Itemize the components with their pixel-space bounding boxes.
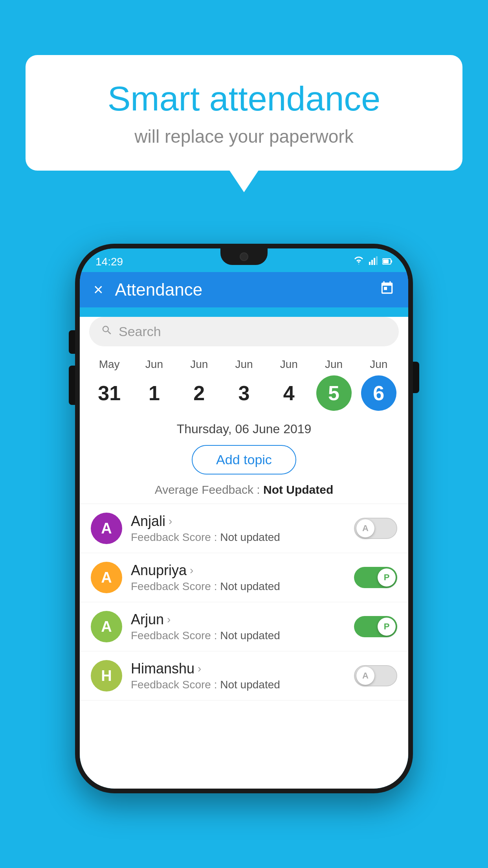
student-item[interactable]: HHimanshu ›Feedback Score : Not updatedA [80, 651, 408, 701]
chevron-icon: › [190, 564, 193, 577]
status-bar: 14:29 [80, 248, 408, 272]
student-info: Anupriya ›Feedback Score : Not updated [131, 562, 345, 593]
calendar-day[interactable]: Jun6 [361, 358, 396, 411]
calendar-icon[interactable] [380, 281, 394, 299]
chevron-icon: › [198, 662, 201, 675]
app-content: Search May31Jun1Jun2Jun3Jun4Jun5Jun6 Thu… [80, 317, 408, 789]
toggle-switch[interactable]: A [354, 665, 397, 686]
avg-feedback: Average Feedback : Not Updated [80, 479, 408, 504]
power-button [413, 362, 419, 393]
avatar: A [91, 611, 122, 642]
wifi-icon [353, 256, 364, 267]
svg-rect-1 [371, 260, 373, 265]
avatar: A [91, 562, 122, 593]
volume-up-button [69, 330, 75, 354]
student-item[interactable]: AAnjali ›Feedback Score : Not updatedA [80, 504, 408, 553]
student-info: Anjali ›Feedback Score : Not updated [131, 513, 345, 544]
feedback-score: Feedback Score : Not updated [131, 629, 345, 642]
toggle-switch[interactable]: A [354, 518, 397, 539]
cal-month-label: Jun [280, 358, 298, 371]
student-info: Himanshu ›Feedback Score : Not updated [131, 660, 345, 691]
cal-day-number: 3 [226, 375, 262, 411]
student-item[interactable]: AAnupriya ›Feedback Score : Not updatedP [80, 553, 408, 602]
cal-month-label: Jun [370, 358, 387, 371]
close-button[interactable]: × [94, 280, 103, 299]
search-icon [101, 324, 113, 339]
phone-frame: 14:29 [75, 244, 413, 793]
cal-day-number: 6 [361, 375, 396, 411]
search-placeholder: Search [119, 324, 161, 339]
selected-date: Thursday, 06 June 2019 [80, 415, 408, 440]
student-name: Himanshu › [131, 660, 345, 677]
avg-feedback-value: Not Updated [263, 483, 333, 496]
student-list: AAnjali ›Feedback Score : Not updatedAAA… [80, 504, 408, 701]
add-topic-button[interactable]: Add topic [192, 445, 296, 474]
notch [220, 248, 268, 265]
cal-month-label: Jun [325, 358, 343, 371]
app-header: × Attendance [80, 272, 408, 307]
feedback-score: Feedback Score : Not updated [131, 679, 345, 691]
feedback-score: Feedback Score : Not updated [131, 531, 345, 544]
svg-rect-5 [391, 260, 392, 263]
status-icons [353, 256, 393, 267]
calendar-day[interactable]: Jun1 [136, 358, 172, 411]
phone-wrapper: 14:29 [75, 244, 413, 793]
header-title: Attendance [115, 280, 368, 300]
toggle-knob: A [356, 667, 374, 685]
bubble-headline: Smart attendance [45, 79, 443, 119]
student-info: Arjun ›Feedback Score : Not updated [131, 611, 345, 642]
cal-day-number: 4 [271, 375, 306, 411]
calendar-strip: May31Jun1Jun2Jun3Jun4Jun5Jun6 [80, 350, 408, 415]
svg-rect-2 [374, 258, 375, 265]
cal-day-number: 2 [182, 375, 217, 411]
toggle-knob: P [378, 568, 396, 587]
cal-month-label: Jun [145, 358, 163, 371]
attendance-toggle[interactable]: A [354, 665, 397, 686]
cal-day-number: 31 [92, 375, 127, 411]
attendance-toggle[interactable]: A [354, 518, 397, 539]
avatar: H [91, 660, 122, 691]
attendance-toggle[interactable]: P [354, 567, 397, 588]
signal-icon [369, 256, 378, 267]
avg-feedback-label: Average Feedback : [155, 483, 260, 496]
cal-month-label: Jun [190, 358, 208, 371]
calendar-day[interactable]: Jun4 [271, 358, 306, 411]
calendar-day[interactable]: May31 [92, 358, 127, 411]
svg-rect-0 [369, 262, 371, 265]
student-item[interactable]: AArjun ›Feedback Score : Not updatedP [80, 602, 408, 651]
student-name: Anupriya › [131, 562, 345, 579]
speech-bubble-container: Smart attendance will replace your paper… [26, 55, 462, 171]
cal-day-number: 1 [136, 375, 172, 411]
phone-screen: 14:29 [80, 248, 408, 789]
toggle-knob: P [378, 618, 396, 636]
avatar: A [91, 513, 122, 544]
toggle-switch[interactable]: P [354, 567, 397, 588]
search-bar[interactable]: Search [89, 317, 399, 346]
toggle-knob: A [356, 519, 374, 537]
cal-day-number: 5 [316, 375, 352, 411]
svg-rect-3 [376, 256, 378, 265]
svg-rect-6 [383, 259, 389, 263]
camera [240, 252, 248, 261]
speech-bubble: Smart attendance will replace your paper… [26, 55, 462, 171]
calendar-day[interactable]: Jun5 [316, 358, 352, 411]
cal-month-label: May [99, 358, 120, 371]
cal-month-label: Jun [235, 358, 253, 371]
toggle-switch[interactable]: P [354, 616, 397, 637]
attendance-toggle[interactable]: P [354, 616, 397, 637]
student-name: Arjun › [131, 611, 345, 628]
battery-icon [382, 256, 393, 267]
calendar-day[interactable]: Jun2 [182, 358, 217, 411]
calendar-day[interactable]: Jun3 [226, 358, 262, 411]
bubble-subtext: will replace your paperwork [45, 126, 443, 147]
volume-down-button [69, 366, 75, 405]
chevron-icon: › [167, 613, 171, 626]
feedback-score: Feedback Score : Not updated [131, 580, 345, 593]
student-name: Anjali › [131, 513, 345, 530]
status-time: 14:29 [95, 256, 123, 268]
chevron-icon: › [169, 515, 172, 528]
